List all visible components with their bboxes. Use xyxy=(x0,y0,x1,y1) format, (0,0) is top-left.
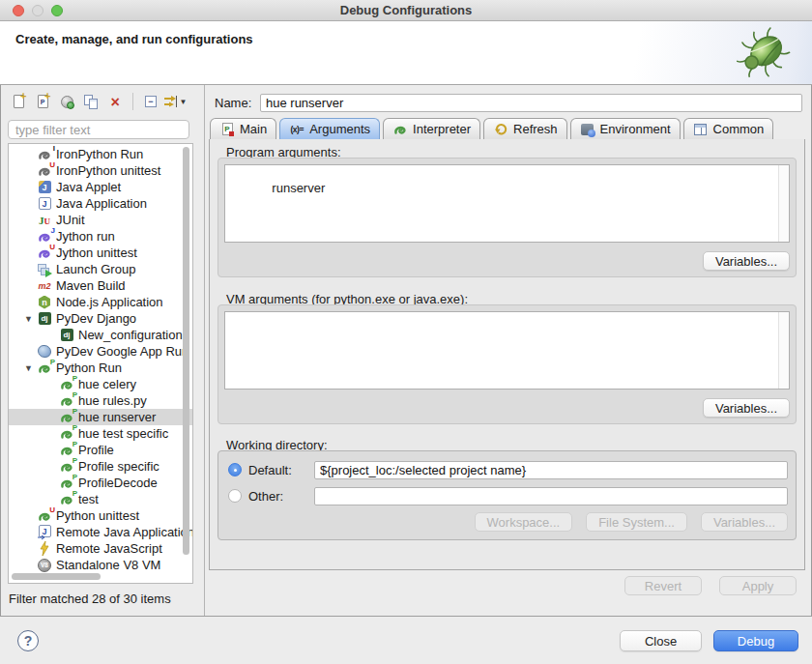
debug-button[interactable]: Debug xyxy=(713,630,798,651)
tree-item[interactable]: PProfileDecode xyxy=(9,475,192,491)
tree-item-label: Profile xyxy=(78,443,114,457)
tab-label: Environment xyxy=(600,122,671,136)
workspace-button[interactable]: Workspace... xyxy=(475,512,573,532)
filter-icon: ▼ xyxy=(163,95,188,108)
header-banner: Create, manage, and run configurations xyxy=(0,21,812,85)
header-title: Create, manage, and run configurations xyxy=(15,32,253,46)
tab-bar: PMain(x)=ArgumentsInterpreterRefreshEnvi… xyxy=(210,117,804,140)
tree-item[interactable]: Phue rules.py xyxy=(9,392,192,409)
tree-item[interactable]: Phue runserver xyxy=(9,409,192,425)
tree-item[interactable]: JJython run xyxy=(9,228,192,245)
vertical-scrollbar-thumb[interactable] xyxy=(183,147,189,555)
python-run-icon: P xyxy=(37,361,52,376)
program-arguments-textarea[interactable]: runserver xyxy=(224,164,790,243)
duplicate-configuration-button[interactable] xyxy=(82,93,100,110)
tree-item-label: test xyxy=(78,492,99,506)
tree-item-label: Remote Java Application xyxy=(56,525,193,539)
tree-item[interactable]: IIronPython Run xyxy=(9,146,192,162)
delete-config-icon: × xyxy=(111,94,119,109)
tree-item-label: Profile specific xyxy=(78,459,160,474)
tree-item[interactable]: Phue celery xyxy=(9,376,192,392)
filter-status-text: Filter matched 28 of 30 items xyxy=(9,592,171,606)
tree-item[interactable]: UJython unittest xyxy=(9,245,192,261)
default-directory-input[interactable] xyxy=(314,461,788,479)
export-configurations-button[interactable] xyxy=(58,93,75,110)
tree-item[interactable]: UPython unittest xyxy=(9,507,192,524)
tab-label: Refresh xyxy=(513,122,558,136)
tab-label: Common xyxy=(713,122,765,136)
default-radio[interactable] xyxy=(228,463,242,476)
vm-arguments-textarea[interactable] xyxy=(224,311,790,390)
textarea-scroll-track[interactable] xyxy=(778,165,789,242)
tree-item[interactable]: ▼djPyDev Django xyxy=(9,310,192,327)
expander-icon[interactable]: ▼ xyxy=(24,363,37,373)
tab-refresh[interactable]: Refresh xyxy=(483,118,567,139)
other-directory-input[interactable] xyxy=(314,487,788,505)
new-configuration-button[interactable]: + xyxy=(10,93,27,110)
filter-input[interactable] xyxy=(8,120,189,139)
tree-item[interactable]: JRemote Java Application xyxy=(9,524,192,540)
file-system-button[interactable]: File System... xyxy=(586,512,687,532)
working-directory-buttons: Workspace...File System...Variables... xyxy=(475,512,788,532)
other-label: Other: xyxy=(248,489,314,504)
tree-item[interactable]: ▼PPython Run xyxy=(9,360,192,376)
name-input[interactable] xyxy=(260,94,802,112)
tree-item[interactable]: nNode.js Application xyxy=(9,294,192,310)
tab-label: Arguments xyxy=(309,122,370,136)
tree-item-label: PyDev Django xyxy=(56,311,136,326)
tree-item[interactable]: PyDev Google App Run xyxy=(9,343,192,360)
refresh-tab-icon xyxy=(493,122,508,137)
tree-item[interactable]: Ptest xyxy=(9,491,192,507)
tree-item-label: IronPython Run xyxy=(56,147,143,161)
expander-icon[interactable]: ▼ xyxy=(24,314,37,324)
tree-item[interactable]: Remote JavaScript xyxy=(9,540,192,557)
program-arguments-variables-button[interactable]: Variables... xyxy=(703,251,790,271)
tab-common[interactable]: Common xyxy=(683,118,774,139)
vertical-scrollbar[interactable] xyxy=(181,145,191,570)
tree-item[interactable]: JJava Application xyxy=(9,195,192,212)
config-tree: IIronPython RunUIronPython unittestJJava… xyxy=(8,143,193,584)
tree-item[interactable]: djNew_configuration xyxy=(9,327,192,343)
tab-main[interactable]: PMain xyxy=(210,118,276,139)
title-bar[interactable]: Debug Configurations xyxy=(0,0,812,21)
delete-configuration-button[interactable]: × xyxy=(106,93,124,110)
tab-interpreter[interactable]: Interpreter xyxy=(383,118,480,139)
configuration-editor: Name: PMain(x)=ArgumentsInterpreterRefre… xyxy=(206,85,812,616)
variables-button[interactable]: Variables... xyxy=(701,512,788,532)
bug-icon xyxy=(733,22,797,82)
tree-item[interactable]: PProfile xyxy=(9,442,192,458)
vm-arguments-group: Variables... xyxy=(218,304,797,424)
tree-item[interactable]: Phue test specific xyxy=(9,425,192,442)
apply-button[interactable]: Apply xyxy=(719,576,797,595)
environment-tab-icon xyxy=(580,122,595,137)
tree-item[interactable]: JUJUnit xyxy=(9,212,192,228)
tree-item-label: Remote JavaScript xyxy=(56,541,162,556)
name-label: Name: xyxy=(215,96,260,110)
duplicate-config-icon xyxy=(84,95,98,109)
textarea-scroll-track[interactable] xyxy=(778,312,789,389)
tree-item[interactable]: PProfile specific xyxy=(9,458,192,475)
tree-item[interactable]: JJava Applet xyxy=(9,179,192,195)
tab-environment[interactable]: Environment xyxy=(570,118,681,139)
vm-arguments-variables-button[interactable]: Variables... xyxy=(703,398,790,418)
collapse-all-icon: − xyxy=(145,96,157,107)
filter-configurations-button[interactable]: ▼ xyxy=(166,93,184,110)
tree-item[interactable]: m2Maven Build xyxy=(9,277,192,294)
help-button[interactable]: ? xyxy=(17,630,39,651)
tree-item-label: hue celery xyxy=(78,377,136,391)
tree-item-label: Jython unittest xyxy=(56,245,137,260)
tree-item-label: hue rules.py xyxy=(78,393,147,408)
pydev-django-icon: dj xyxy=(37,311,52,327)
tree-item[interactable]: Launch Group xyxy=(9,261,192,277)
tree-item[interactable]: UIronPython unittest xyxy=(9,162,192,179)
other-radio[interactable] xyxy=(228,489,242,503)
close-button[interactable]: Close xyxy=(620,630,702,651)
remote-java-application-icon: J xyxy=(37,525,52,540)
horizontal-scrollbar[interactable] xyxy=(10,571,180,582)
arguments-tab-content: Program arguments: runserver Variables..… xyxy=(209,139,805,570)
horizontal-scrollbar-thumb[interactable] xyxy=(12,573,101,580)
collapse-all-button[interactable]: − xyxy=(142,93,160,110)
new-prototype-button[interactable]: P+ xyxy=(34,93,51,110)
revert-button[interactable]: Revert xyxy=(624,576,702,595)
tab-arguments[interactable]: (x)=Arguments xyxy=(279,118,380,139)
